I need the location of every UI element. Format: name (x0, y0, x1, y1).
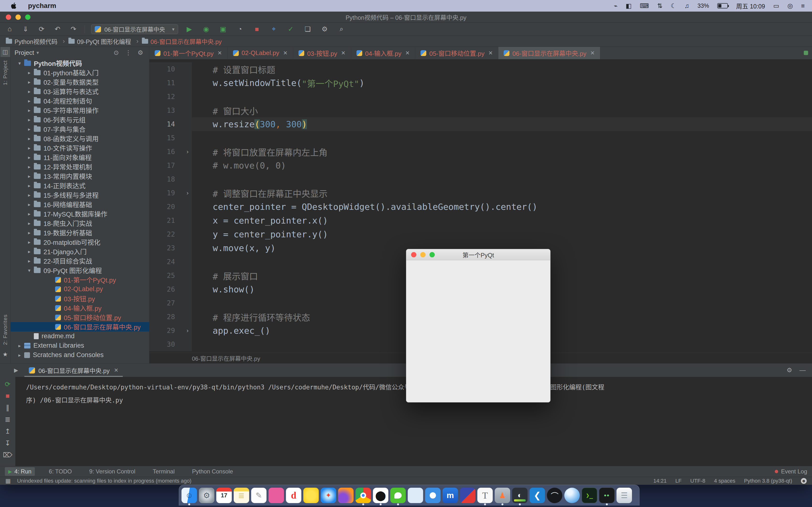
hector-inspections-icon[interactable]: ☻ (801, 478, 807, 484)
fold-marker-icon[interactable] (183, 200, 192, 214)
fold-marker-icon[interactable] (183, 76, 192, 90)
tree-item[interactable]: ▸ 16-网络编程基础 (11, 200, 149, 209)
indent-style[interactable]: 4 spaces (714, 478, 735, 484)
scroll-up-icon[interactable]: ↥ (5, 427, 10, 435)
settings-gear-icon[interactable]: ⚙ (786, 367, 792, 374)
editor-tab[interactable]: 03-按钮.py ✕ (293, 47, 351, 59)
fold-marker-icon[interactable] (183, 62, 192, 76)
battery-icon[interactable] (717, 3, 728, 8)
dash-sphere[interactable] (564, 488, 580, 503)
line-number[interactable]: 10 (149, 62, 183, 76)
blue-circle-app[interactable] (425, 488, 441, 503)
tree-item[interactable]: ▾ Python视频代码 (11, 58, 149, 68)
bottom-breadcrumb-label[interactable]: 06-窗口显示在屏幕中央.py (192, 354, 260, 362)
python-interpreter[interactable]: Python 3.8 (py38-qt) (744, 478, 792, 484)
expand-arrow-icon[interactable]: ▸ (26, 89, 33, 95)
zoom-window-button[interactable] (429, 252, 435, 258)
breadcrumb-item[interactable]: Python视频代码 (6, 37, 65, 46)
tree-item[interactable]: ▸ 08-函数定义与调用 (11, 134, 149, 143)
line-number[interactable]: 22 (149, 227, 183, 241)
tree-item[interactable]: ▸ 21-Django入门 (11, 247, 149, 256)
tree-item[interactable]: ▸ 17-MySQL数据库操作 (11, 209, 149, 219)
expand-arrow-icon[interactable]: ▸ (26, 211, 33, 217)
settings-gear-icon[interactable]: ⚙ (136, 49, 145, 56)
line-number[interactable]: 26 (149, 282, 183, 296)
system-preferences[interactable]: ⚙ (199, 488, 214, 503)
tree-item[interactable]: ▸ 13-常用内置模块 (11, 171, 149, 181)
tree-item[interactable]: 05-窗口移动位置.py (11, 313, 149, 322)
line-number[interactable]: 27 (149, 296, 183, 310)
menu-clock[interactable]: 周五 10:09 (736, 1, 765, 10)
tree-item[interactable]: 03-按钮.py (11, 294, 149, 303)
xmind[interactable]: ◐ (512, 488, 527, 503)
xianyu[interactable] (303, 488, 319, 503)
tree-item[interactable]: ▸ 12-异常处理机制 (11, 162, 149, 171)
run-icon[interactable]: ▶ (185, 25, 194, 33)
close-window-button[interactable] (411, 252, 416, 258)
fold-marker-icon[interactable] (183, 159, 192, 172)
expand-arrow-icon[interactable]: ▸ (16, 352, 23, 358)
fold-marker-icon[interactable]: › (183, 145, 192, 159)
line-number[interactable]: 11 (149, 76, 183, 90)
zoom-window-button[interactable] (25, 14, 31, 20)
editor-tab[interactable]: 06-窗口显示在屏幕中央.py ✕ (498, 47, 600, 59)
scroll-down-icon[interactable]: ↧ (5, 439, 10, 447)
line-number[interactable]: 17 (149, 159, 183, 172)
rerun-icon[interactable]: ⟳ (5, 380, 10, 388)
active-app-name[interactable]: pycharm (28, 2, 56, 10)
alfred[interactable]: ⌒ (547, 488, 562, 503)
expand-arrow-icon[interactable]: ▸ (26, 220, 33, 226)
run-configuration-select[interactable]: 06-窗口显示在屏幕中央 ▾ (91, 24, 178, 34)
line-number[interactable]: 16 (149, 145, 183, 159)
fold-marker-icon[interactable] (183, 104, 192, 117)
editor-tab[interactable]: 04-输入框.py ✕ (351, 47, 415, 59)
tree-item[interactable]: readme.md (11, 332, 149, 341)
fold-marker-icon[interactable] (183, 214, 192, 227)
qq[interactable]: ⬤ (373, 488, 388, 503)
editor-tab[interactable]: 02-QLabel.py ✕ (227, 47, 293, 59)
fold-marker-icon[interactable] (183, 282, 192, 296)
expand-arrow-icon[interactable]: ▾ (26, 268, 33, 273)
tree-item[interactable]: ▸ 20-matplotlib可视化 (11, 237, 149, 247)
expand-arrow-icon[interactable]: ▸ (26, 239, 33, 245)
fold-marker-icon[interactable] (183, 241, 192, 255)
keynote[interactable] (268, 488, 284, 503)
fold-marker-icon[interactable] (183, 227, 192, 241)
sync-icon[interactable]: ⟳ (37, 25, 46, 33)
firefox[interactable] (338, 488, 354, 503)
siri-icon[interactable]: ◎ (788, 2, 793, 10)
expand-arrow-icon[interactable]: ▸ (26, 258, 33, 264)
tree-item[interactable]: ▸ 02-变量与数据类型 (11, 77, 149, 87)
ide-title-bar[interactable]: Python视频代码 – 06-窗口显示在屏幕中央.py (0, 12, 812, 23)
chrome[interactable] (355, 488, 371, 503)
finder[interactable]: ☺ (182, 488, 197, 503)
close-window-button[interactable] (6, 14, 11, 20)
line-number[interactable]: 28 (149, 310, 183, 324)
event-log-button[interactable]: Event Log (775, 468, 807, 475)
editor-tab[interactable]: 01-第一个PyQt.py ✕ (149, 47, 227, 59)
expand-arrow-icon[interactable]: ▸ (26, 117, 33, 123)
line-number[interactable]: 14 (149, 117, 183, 131)
fold-marker-icon[interactable] (183, 296, 192, 310)
tree-item[interactable]: ▸ 06-列表与元组 (11, 115, 149, 124)
tree-item[interactable]: 04-输入框.py (11, 303, 149, 313)
tree-item[interactable]: ▸ 15-多线程与多进程 (11, 190, 149, 200)
attach-to-process-icon[interactable]: ⌖ (269, 25, 278, 33)
tool-window-button[interactable]: ▶ 4: Run (5, 467, 35, 476)
screen-mirroring-icon[interactable]: ▭ (773, 2, 779, 10)
close-icon[interactable]: ✕ (283, 50, 288, 56)
line-number[interactable]: 19 (149, 186, 183, 200)
debug-icon[interactable]: ◉ (201, 25, 211, 33)
pale-app[interactable] (408, 488, 423, 503)
stop-icon[interactable]: ■ (6, 392, 10, 400)
expand-arrow-icon[interactable]: ▸ (26, 70, 33, 75)
textedit[interactable]: ✎ (251, 488, 266, 503)
split-app[interactable] (460, 488, 475, 503)
music-icon[interactable]: ♫ (684, 2, 690, 10)
sync-icon[interactable]: ⇅ (657, 2, 662, 10)
line-number[interactable]: 25 (149, 269, 183, 282)
tree-item[interactable]: 02-QLabel.py (11, 284, 149, 294)
pyqt-app-window[interactable]: 第一个PyQt (406, 249, 551, 402)
line-number[interactable]: 15 (149, 131, 183, 145)
tree-item[interactable]: ▸ 01-python基础入门 (11, 68, 149, 77)
